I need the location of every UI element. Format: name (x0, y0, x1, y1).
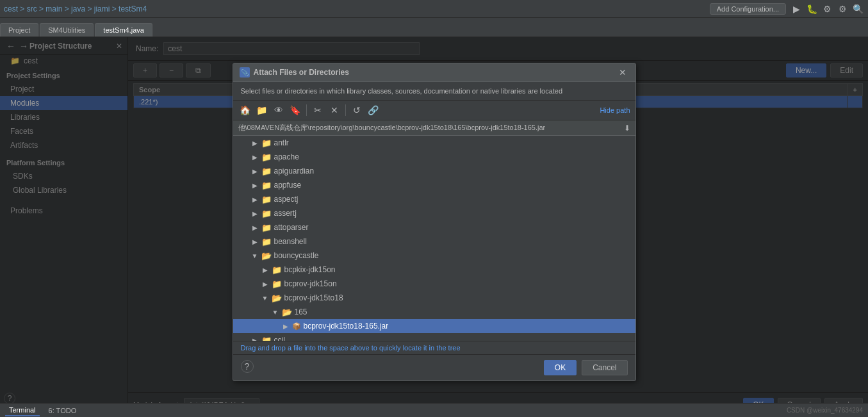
toolbar-icons: ▶ 🐛 ⚙ ⚙ 🔍 (790, 4, 864, 14)
download-icon[interactable]: ⬇ (624, 124, 630, 133)
top-bar: cest > src > main > java > jiami > testS… (0, 0, 868, 18)
folder-icon-antlr: 📁 (261, 138, 272, 148)
delete-icon[interactable]: ✕ (327, 103, 341, 117)
expand-arrow-bcprov15on[interactable]: ▶ (261, 281, 269, 288)
ft-row-assertj[interactable]: ▶ 📁 assertj (233, 206, 635, 220)
top-bar-actions: Add Configuration... ▶ 🐛 ⚙ ⚙ 🔍 (710, 3, 864, 15)
expand-arrow-bouncycastle[interactable]: ▼ (251, 252, 259, 259)
dialog-overlay: 📎 Attach Files or Directories ✕ Select f… (0, 37, 868, 417)
ft-row-bcprov15on[interactable]: ▶ 📁 bcprov-jdk15on (233, 277, 635, 291)
dialog-title-bar: 📎 Attach Files or Directories ✕ (233, 63, 635, 82)
ft-name-bouncycastle: bouncycastle (274, 251, 319, 260)
tab-bar: Project SM4Utilities testSm4.java (0, 18, 868, 37)
ft-name-beanshell: beanshell (274, 237, 307, 246)
dialog-close-button[interactable]: ✕ (616, 67, 629, 78)
file-tree[interactable]: ▶ 📁 antlr ▶ 📁 apache ▶ 📁 apiguardian (233, 136, 635, 341)
ft-name-bcpkix: bcpkix-jdk15on (284, 265, 336, 274)
todo-tab[interactable]: 6: TODO (45, 405, 81, 416)
tab-sm4utilities[interactable]: SM4Utilities (40, 23, 94, 37)
folder-icon-beanshell: 📁 (261, 237, 272, 247)
ft-name-bcprov15to18: bcprov-jdk15to18 (284, 293, 343, 302)
build-icon[interactable]: ⚙ (821, 4, 833, 14)
folder-icon-attoparser: 📁 (261, 223, 272, 233)
expand-arrow-attoparser[interactable]: ▶ (251, 224, 259, 231)
new-folder-icon[interactable]: 📁 (255, 103, 269, 117)
folder-icon-bcpkix: 📁 (272, 265, 282, 275)
ft-name-165: 165 (295, 307, 307, 316)
dialog-path-bar: 他\08MAVEN高线仓库\repository\org\bouncycastl… (233, 120, 635, 136)
ft-row-bcpkix[interactable]: ▶ 📁 bcpkix-jdk15on (233, 263, 635, 277)
dialog-help-button[interactable]: ? (241, 360, 254, 373)
ft-row-165[interactable]: ▼ 📂 165 (233, 305, 635, 319)
folder-icon-apache: 📁 (261, 152, 272, 162)
breadcrumb: cest > src > main > java > jiami > testS… (4, 4, 710, 13)
folder-icon-bouncycastle: 📂 (261, 251, 272, 261)
bookmarks-icon[interactable]: 🔖 (288, 103, 302, 117)
settings-icon[interactable]: ⚙ (836, 4, 849, 14)
breadcrumb-text: cest > src > main > java > jiami > testS… (4, 4, 147, 13)
dialog-toolbar: 🏠 📁 👁 🔖 ✂ ✕ ↺ 🔗 Hide path (233, 101, 635, 120)
debug-icon[interactable]: 🐛 (805, 4, 818, 14)
dialog-icon: 📎 (240, 67, 250, 78)
terminal-tab[interactable]: Terminal (5, 405, 40, 416)
show-hidden-icon[interactable]: 👁 (272, 103, 286, 117)
ft-name-antlr: antlr (274, 138, 289, 147)
folder-icon-assertj: 📁 (261, 209, 272, 218)
folder-icon-apiguardian: 📁 (261, 167, 272, 176)
dialog-cancel-button[interactable]: Cancel (582, 360, 627, 375)
ft-name-aspectj: aspectj (274, 195, 299, 204)
dialog-ok-button[interactable]: OK (544, 360, 577, 375)
dialog-hint: Drag and drop a file into the space abov… (233, 341, 635, 354)
expand-arrow-apache[interactable]: ▶ (251, 154, 259, 161)
ft-name-attoparser: attoparser (274, 223, 309, 232)
ft-name-jar: bcprov-jdk15to18-165.jar (304, 322, 389, 331)
ft-row-bcprov15to18[interactable]: ▼ 📂 bcprov-jdk15to18 (233, 291, 635, 305)
ft-row-aspectj[interactable]: ▶ 📁 aspectj (233, 192, 635, 206)
current-path: 他\08MAVEN高线仓库\repository\org\bouncycastl… (238, 123, 621, 133)
folder-icon-165: 📂 (282, 307, 292, 317)
expand-arrow-aspectj[interactable]: ▶ (251, 196, 259, 203)
ft-name-appfuse: appfuse (274, 181, 302, 190)
expand-arrow-antlr[interactable]: ▶ (251, 140, 259, 147)
tab-project[interactable]: Project (0, 23, 38, 37)
run-icon[interactable]: ▶ (790, 4, 803, 14)
expand-arrow-assertj[interactable]: ▶ (251, 210, 259, 217)
add-configuration-button[interactable]: Add Configuration... (710, 3, 786, 15)
expand-arrow-165[interactable]: ▼ (272, 309, 279, 316)
ft-name-apache: apache (274, 152, 299, 161)
expand-arrow-bcprov15to18[interactable]: ▼ (261, 295, 269, 302)
expand-arrow-jar[interactable]: ▶ (282, 323, 290, 330)
ft-name-assertj: assertj (274, 209, 297, 218)
ft-name-ccil: ccil (274, 336, 285, 341)
home-icon[interactable]: 🏠 (238, 103, 252, 117)
search-icon[interactable]: 🔍 (851, 4, 864, 14)
refresh-icon[interactable]: ↺ (350, 103, 364, 117)
expand-arrow-appfuse[interactable]: ▶ (251, 182, 259, 189)
dialog-subtitle: Select files or directories in which lib… (233, 82, 635, 101)
ft-row-appfuse[interactable]: ▶ 📁 appfuse (233, 178, 635, 192)
ft-row-beanshell[interactable]: ▶ 📁 beanshell (233, 234, 635, 249)
ft-row-bouncycastle[interactable]: ▼ 📂 bouncycastle (233, 249, 635, 263)
ft-row-ccil[interactable]: ▶ 📁 ccil (233, 333, 635, 341)
expand-arrow-beanshell[interactable]: ▶ (251, 238, 259, 245)
dialog-title: Attach Files or Directories (254, 68, 612, 77)
cut-icon[interactable]: ✂ (311, 103, 325, 117)
folder-icon-aspectj: 📁 (261, 195, 272, 204)
attach-files-dialog: 📎 Attach Files or Directories ✕ Select f… (233, 63, 636, 381)
ft-row-attoparser[interactable]: ▶ 📁 attoparser (233, 220, 635, 234)
jar-icon: 📦 (292, 322, 301, 331)
hide-path-button[interactable]: Hide path (600, 106, 630, 114)
toolbar-separator (306, 104, 307, 116)
ft-row-jar[interactable]: ▶ 📦 bcprov-jdk15to18-165.jar (233, 319, 635, 333)
tab-testsm4[interactable]: testSm4.java (95, 23, 152, 37)
expand-arrow-apiguardian[interactable]: ▶ (251, 168, 259, 175)
folder-icon-bcprov15to18: 📂 (272, 293, 282, 303)
expand-arrow-bcpkix[interactable]: ▶ (261, 266, 269, 274)
dialog-buttons: ? OK Cancel (233, 354, 635, 380)
folder-icon-appfuse: 📁 (261, 181, 272, 190)
ft-row-apache[interactable]: ▶ 📁 apache (233, 150, 635, 164)
ft-row-antlr[interactable]: ▶ 📁 antlr (233, 136, 635, 150)
link-icon[interactable]: 🔗 (366, 103, 381, 117)
watermark: CSDN @weixin_47634294 (787, 407, 863, 414)
ft-row-apiguardian[interactable]: ▶ 📁 apiguardian (233, 164, 635, 178)
